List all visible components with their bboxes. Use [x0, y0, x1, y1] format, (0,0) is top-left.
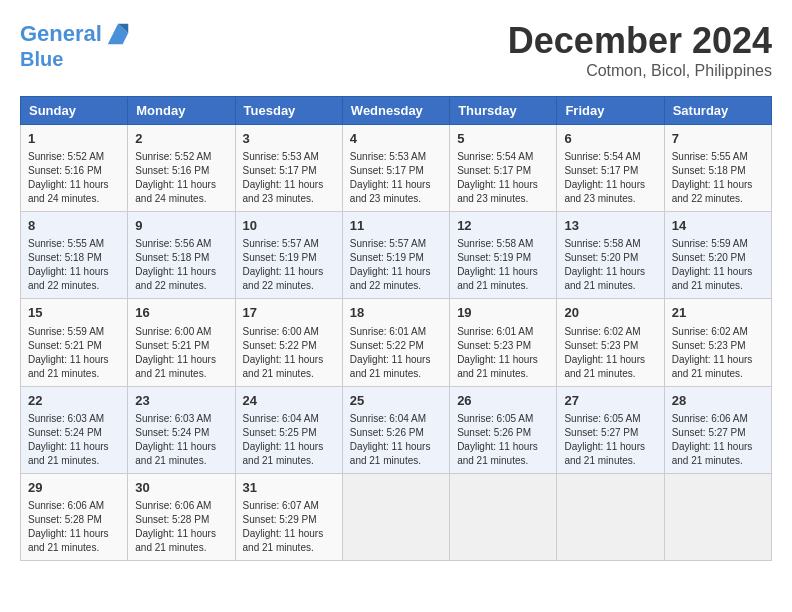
calendar-week-row: 15Sunrise: 5:59 AM Sunset: 5:21 PM Dayli… — [21, 299, 772, 386]
day-info: Sunrise: 5:55 AM Sunset: 5:18 PM Dayligh… — [672, 150, 764, 206]
day-info: Sunrise: 5:56 AM Sunset: 5:18 PM Dayligh… — [135, 237, 227, 293]
calendar-cell: 10Sunrise: 5:57 AM Sunset: 5:19 PM Dayli… — [235, 212, 342, 299]
day-number: 26 — [457, 392, 549, 410]
calendar-cell: 24Sunrise: 6:04 AM Sunset: 5:25 PM Dayli… — [235, 386, 342, 473]
day-info: Sunrise: 5:53 AM Sunset: 5:17 PM Dayligh… — [243, 150, 335, 206]
column-header-thursday: Thursday — [450, 97, 557, 125]
calendar-cell: 4Sunrise: 5:53 AM Sunset: 5:17 PM Daylig… — [342, 125, 449, 212]
day-number: 10 — [243, 217, 335, 235]
day-info: Sunrise: 5:52 AM Sunset: 5:16 PM Dayligh… — [28, 150, 120, 206]
calendar-cell: 27Sunrise: 6:05 AM Sunset: 5:27 PM Dayli… — [557, 386, 664, 473]
calendar-cell: 7Sunrise: 5:55 AM Sunset: 5:18 PM Daylig… — [664, 125, 771, 212]
day-info: Sunrise: 5:59 AM Sunset: 5:20 PM Dayligh… — [672, 237, 764, 293]
calendar-cell: 1Sunrise: 5:52 AM Sunset: 5:16 PM Daylig… — [21, 125, 128, 212]
day-number: 23 — [135, 392, 227, 410]
calendar-cell — [557, 473, 664, 560]
day-number: 7 — [672, 130, 764, 148]
day-number: 14 — [672, 217, 764, 235]
day-info: Sunrise: 5:57 AM Sunset: 5:19 PM Dayligh… — [350, 237, 442, 293]
day-number: 12 — [457, 217, 549, 235]
calendar-cell: 22Sunrise: 6:03 AM Sunset: 5:24 PM Dayli… — [21, 386, 128, 473]
calendar-week-row: 1Sunrise: 5:52 AM Sunset: 5:16 PM Daylig… — [21, 125, 772, 212]
title-block: December 2024 Cotmon, Bicol, Philippines — [508, 20, 772, 80]
calendar-cell: 8Sunrise: 5:55 AM Sunset: 5:18 PM Daylig… — [21, 212, 128, 299]
column-header-sunday: Sunday — [21, 97, 128, 125]
day-number: 4 — [350, 130, 442, 148]
calendar-cell: 12Sunrise: 5:58 AM Sunset: 5:19 PM Dayli… — [450, 212, 557, 299]
day-info: Sunrise: 6:04 AM Sunset: 5:25 PM Dayligh… — [243, 412, 335, 468]
calendar-cell: 21Sunrise: 6:02 AM Sunset: 5:23 PM Dayli… — [664, 299, 771, 386]
day-info: Sunrise: 5:55 AM Sunset: 5:18 PM Dayligh… — [28, 237, 120, 293]
day-number: 29 — [28, 479, 120, 497]
day-number: 20 — [564, 304, 656, 322]
day-number: 15 — [28, 304, 120, 322]
calendar-cell: 19Sunrise: 6:01 AM Sunset: 5:23 PM Dayli… — [450, 299, 557, 386]
day-number: 16 — [135, 304, 227, 322]
day-info: Sunrise: 6:04 AM Sunset: 5:26 PM Dayligh… — [350, 412, 442, 468]
calendar-week-row: 22Sunrise: 6:03 AM Sunset: 5:24 PM Dayli… — [21, 386, 772, 473]
day-info: Sunrise: 5:57 AM Sunset: 5:19 PM Dayligh… — [243, 237, 335, 293]
day-number: 22 — [28, 392, 120, 410]
day-info: Sunrise: 6:07 AM Sunset: 5:29 PM Dayligh… — [243, 499, 335, 555]
day-info: Sunrise: 6:03 AM Sunset: 5:24 PM Dayligh… — [28, 412, 120, 468]
day-number: 1 — [28, 130, 120, 148]
calendar-cell — [450, 473, 557, 560]
day-number: 21 — [672, 304, 764, 322]
day-number: 24 — [243, 392, 335, 410]
column-header-tuesday: Tuesday — [235, 97, 342, 125]
calendar-cell: 28Sunrise: 6:06 AM Sunset: 5:27 PM Dayli… — [664, 386, 771, 473]
day-info: Sunrise: 5:52 AM Sunset: 5:16 PM Dayligh… — [135, 150, 227, 206]
calendar-cell: 9Sunrise: 5:56 AM Sunset: 5:18 PM Daylig… — [128, 212, 235, 299]
page-header: General Blue December 2024 Cotmon, Bicol… — [20, 20, 772, 80]
calendar-cell: 15Sunrise: 5:59 AM Sunset: 5:21 PM Dayli… — [21, 299, 128, 386]
day-number: 28 — [672, 392, 764, 410]
calendar-cell: 18Sunrise: 6:01 AM Sunset: 5:22 PM Dayli… — [342, 299, 449, 386]
calendar-cell: 23Sunrise: 6:03 AM Sunset: 5:24 PM Dayli… — [128, 386, 235, 473]
day-info: Sunrise: 5:53 AM Sunset: 5:17 PM Dayligh… — [350, 150, 442, 206]
day-number: 31 — [243, 479, 335, 497]
column-header-friday: Friday — [557, 97, 664, 125]
calendar-cell: 25Sunrise: 6:04 AM Sunset: 5:26 PM Dayli… — [342, 386, 449, 473]
day-info: Sunrise: 5:54 AM Sunset: 5:17 PM Dayligh… — [457, 150, 549, 206]
calendar-cell: 20Sunrise: 6:02 AM Sunset: 5:23 PM Dayli… — [557, 299, 664, 386]
calendar-body: 1Sunrise: 5:52 AM Sunset: 5:16 PM Daylig… — [21, 125, 772, 561]
logo-icon — [104, 20, 132, 48]
calendar-cell — [342, 473, 449, 560]
calendar-week-row: 29Sunrise: 6:06 AM Sunset: 5:28 PM Dayli… — [21, 473, 772, 560]
calendar-cell: 5Sunrise: 5:54 AM Sunset: 5:17 PM Daylig… — [450, 125, 557, 212]
calendar-cell: 14Sunrise: 5:59 AM Sunset: 5:20 PM Dayli… — [664, 212, 771, 299]
day-info: Sunrise: 6:00 AM Sunset: 5:21 PM Dayligh… — [135, 325, 227, 381]
calendar-cell: 3Sunrise: 5:53 AM Sunset: 5:17 PM Daylig… — [235, 125, 342, 212]
calendar-cell — [664, 473, 771, 560]
day-number: 13 — [564, 217, 656, 235]
day-info: Sunrise: 5:59 AM Sunset: 5:21 PM Dayligh… — [28, 325, 120, 381]
calendar-cell: 13Sunrise: 5:58 AM Sunset: 5:20 PM Dayli… — [557, 212, 664, 299]
logo: General Blue — [20, 20, 132, 70]
day-number: 19 — [457, 304, 549, 322]
day-info: Sunrise: 6:05 AM Sunset: 5:26 PM Dayligh… — [457, 412, 549, 468]
calendar-week-row: 8Sunrise: 5:55 AM Sunset: 5:18 PM Daylig… — [21, 212, 772, 299]
day-number: 8 — [28, 217, 120, 235]
day-info: Sunrise: 5:58 AM Sunset: 5:20 PM Dayligh… — [564, 237, 656, 293]
calendar-header-row: SundayMondayTuesdayWednesdayThursdayFrid… — [21, 97, 772, 125]
day-info: Sunrise: 6:06 AM Sunset: 5:28 PM Dayligh… — [28, 499, 120, 555]
day-info: Sunrise: 6:03 AM Sunset: 5:24 PM Dayligh… — [135, 412, 227, 468]
calendar-cell: 26Sunrise: 6:05 AM Sunset: 5:26 PM Dayli… — [450, 386, 557, 473]
day-number: 30 — [135, 479, 227, 497]
day-info: Sunrise: 5:58 AM Sunset: 5:19 PM Dayligh… — [457, 237, 549, 293]
day-info: Sunrise: 6:06 AM Sunset: 5:28 PM Dayligh… — [135, 499, 227, 555]
calendar-cell: 17Sunrise: 6:00 AM Sunset: 5:22 PM Dayli… — [235, 299, 342, 386]
calendar-cell: 6Sunrise: 5:54 AM Sunset: 5:17 PM Daylig… — [557, 125, 664, 212]
day-info: Sunrise: 6:01 AM Sunset: 5:23 PM Dayligh… — [457, 325, 549, 381]
column-header-wednesday: Wednesday — [342, 97, 449, 125]
day-info: Sunrise: 6:06 AM Sunset: 5:27 PM Dayligh… — [672, 412, 764, 468]
column-header-saturday: Saturday — [664, 97, 771, 125]
day-number: 25 — [350, 392, 442, 410]
day-info: Sunrise: 6:01 AM Sunset: 5:22 PM Dayligh… — [350, 325, 442, 381]
location-subtitle: Cotmon, Bicol, Philippines — [508, 62, 772, 80]
day-number: 18 — [350, 304, 442, 322]
day-number: 6 — [564, 130, 656, 148]
day-number: 9 — [135, 217, 227, 235]
calendar-cell: 16Sunrise: 6:00 AM Sunset: 5:21 PM Dayli… — [128, 299, 235, 386]
column-header-monday: Monday — [128, 97, 235, 125]
